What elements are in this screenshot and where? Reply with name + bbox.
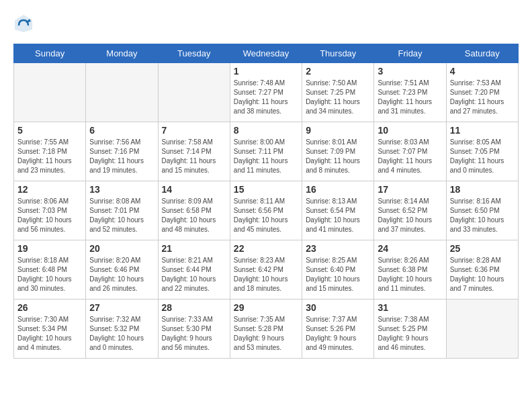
calendar-cell: 3Sunrise: 7:51 AM Sunset: 7:23 PM Daylig… bbox=[374, 63, 446, 122]
calendar-cell: 16Sunrise: 8:13 AM Sunset: 6:54 PM Dayli… bbox=[302, 181, 374, 240]
logo bbox=[13, 13, 36, 34]
day-number: 24 bbox=[378, 243, 442, 254]
calendar-cell: 19Sunrise: 8:18 AM Sunset: 6:48 PM Dayli… bbox=[14, 240, 86, 300]
calendar-cell: 9Sunrise: 8:01 AM Sunset: 7:09 PM Daylig… bbox=[302, 122, 374, 181]
page-header bbox=[13, 13, 519, 34]
day-number: 15 bbox=[234, 184, 298, 195]
weekday-header-tuesday: Tuesday bbox=[158, 44, 230, 63]
day-info: Sunrise: 7:48 AM Sunset: 7:27 PM Dayligh… bbox=[234, 79, 298, 116]
day-number: 25 bbox=[450, 243, 515, 254]
day-info: Sunrise: 8:08 AM Sunset: 7:01 PM Dayligh… bbox=[89, 197, 154, 234]
day-number: 12 bbox=[17, 184, 82, 195]
calendar-cell: 7Sunrise: 7:58 AM Sunset: 7:14 PM Daylig… bbox=[158, 122, 230, 181]
day-info: Sunrise: 7:55 AM Sunset: 7:18 PM Dayligh… bbox=[17, 138, 82, 175]
day-info: Sunrise: 8:06 AM Sunset: 7:03 PM Dayligh… bbox=[17, 197, 82, 234]
day-number: 31 bbox=[378, 302, 442, 313]
day-info: Sunrise: 8:01 AM Sunset: 7:09 PM Dayligh… bbox=[306, 138, 370, 175]
day-info: Sunrise: 7:51 AM Sunset: 7:23 PM Dayligh… bbox=[378, 79, 442, 116]
day-number: 10 bbox=[378, 125, 442, 136]
day-info: Sunrise: 8:18 AM Sunset: 6:48 PM Dayligh… bbox=[17, 256, 82, 293]
calendar-cell bbox=[14, 63, 86, 122]
calendar-cell: 30Sunrise: 7:37 AM Sunset: 5:26 PM Dayli… bbox=[302, 300, 374, 359]
calendar-cell: 10Sunrise: 8:03 AM Sunset: 7:07 PM Dayli… bbox=[374, 122, 446, 181]
calendar-cell bbox=[446, 300, 518, 359]
week-row-2: 12Sunrise: 8:06 AM Sunset: 7:03 PM Dayli… bbox=[14, 181, 519, 240]
calendar-cell: 17Sunrise: 8:14 AM Sunset: 6:52 PM Dayli… bbox=[374, 181, 446, 240]
day-number: 19 bbox=[17, 243, 82, 254]
day-number: 3 bbox=[378, 66, 442, 77]
day-info: Sunrise: 8:28 AM Sunset: 6:36 PM Dayligh… bbox=[450, 256, 515, 293]
day-number: 26 bbox=[17, 302, 82, 313]
weekday-header-friday: Friday bbox=[374, 44, 446, 63]
day-info: Sunrise: 7:35 AM Sunset: 5:28 PM Dayligh… bbox=[234, 315, 298, 353]
day-info: Sunrise: 8:14 AM Sunset: 6:52 PM Dayligh… bbox=[378, 197, 442, 234]
week-row-3: 19Sunrise: 8:18 AM Sunset: 6:48 PM Dayli… bbox=[14, 240, 519, 300]
day-info: Sunrise: 8:25 AM Sunset: 6:40 PM Dayligh… bbox=[306, 256, 370, 293]
day-number: 2 bbox=[306, 66, 370, 77]
day-info: Sunrise: 8:26 AM Sunset: 6:38 PM Dayligh… bbox=[378, 256, 442, 293]
calendar-cell: 6Sunrise: 7:56 AM Sunset: 7:16 PM Daylig… bbox=[86, 122, 158, 181]
calendar-cell: 23Sunrise: 8:25 AM Sunset: 6:40 PM Dayli… bbox=[302, 240, 374, 300]
day-info: Sunrise: 7:38 AM Sunset: 5:25 PM Dayligh… bbox=[378, 315, 442, 353]
day-info: Sunrise: 8:11 AM Sunset: 6:56 PM Dayligh… bbox=[234, 197, 298, 234]
day-number: 17 bbox=[378, 184, 442, 195]
calendar-cell: 2Sunrise: 7:50 AM Sunset: 7:25 PM Daylig… bbox=[302, 63, 374, 122]
calendar-table: SundayMondayTuesdayWednesdayThursdayFrid… bbox=[13, 44, 519, 359]
day-number: 23 bbox=[306, 243, 370, 254]
day-info: Sunrise: 8:23 AM Sunset: 6:42 PM Dayligh… bbox=[234, 256, 298, 293]
calendar-cell: 18Sunrise: 8:16 AM Sunset: 6:50 PM Dayli… bbox=[446, 181, 518, 240]
calendar-cell bbox=[158, 63, 230, 122]
calendar-cell: 28Sunrise: 7:33 AM Sunset: 5:30 PM Dayli… bbox=[158, 300, 230, 359]
day-info: Sunrise: 8:21 AM Sunset: 6:44 PM Dayligh… bbox=[162, 256, 226, 293]
day-info: Sunrise: 7:32 AM Sunset: 5:32 PM Dayligh… bbox=[89, 315, 154, 353]
day-number: 29 bbox=[234, 302, 298, 313]
day-info: Sunrise: 7:30 AM Sunset: 5:34 PM Dayligh… bbox=[17, 315, 82, 353]
calendar-cell: 20Sunrise: 8:20 AM Sunset: 6:46 PM Dayli… bbox=[86, 240, 158, 300]
day-number: 7 bbox=[162, 125, 226, 136]
calendar-cell: 25Sunrise: 8:28 AM Sunset: 6:36 PM Dayli… bbox=[446, 240, 518, 300]
day-number: 4 bbox=[450, 66, 515, 77]
day-info: Sunrise: 8:09 AM Sunset: 6:58 PM Dayligh… bbox=[162, 197, 226, 234]
calendar-cell: 11Sunrise: 8:05 AM Sunset: 7:05 PM Dayli… bbox=[446, 122, 518, 181]
calendar-cell: 4Sunrise: 7:53 AM Sunset: 7:20 PM Daylig… bbox=[446, 63, 518, 122]
day-info: Sunrise: 8:05 AM Sunset: 7:05 PM Dayligh… bbox=[450, 138, 515, 175]
weekday-header-wednesday: Wednesday bbox=[230, 44, 302, 63]
day-number: 18 bbox=[450, 184, 515, 195]
week-row-4: 26Sunrise: 7:30 AM Sunset: 5:34 PM Dayli… bbox=[14, 300, 519, 359]
calendar-cell: 31Sunrise: 7:38 AM Sunset: 5:25 PM Dayli… bbox=[374, 300, 446, 359]
calendar-cell: 13Sunrise: 8:08 AM Sunset: 7:01 PM Dayli… bbox=[86, 181, 158, 240]
day-number: 13 bbox=[89, 184, 154, 195]
day-info: Sunrise: 8:03 AM Sunset: 7:07 PM Dayligh… bbox=[378, 138, 442, 175]
day-number: 9 bbox=[306, 125, 370, 136]
week-row-1: 5Sunrise: 7:55 AM Sunset: 7:18 PM Daylig… bbox=[14, 122, 519, 181]
calendar-cell: 12Sunrise: 8:06 AM Sunset: 7:03 PM Dayli… bbox=[14, 181, 86, 240]
day-info: Sunrise: 8:00 AM Sunset: 7:11 PM Dayligh… bbox=[234, 138, 298, 175]
calendar-cell: 5Sunrise: 7:55 AM Sunset: 7:18 PM Daylig… bbox=[14, 122, 86, 181]
logo-icon bbox=[13, 13, 34, 34]
weekday-header-monday: Monday bbox=[86, 44, 158, 63]
day-info: Sunrise: 7:37 AM Sunset: 5:26 PM Dayligh… bbox=[306, 315, 370, 353]
day-number: 5 bbox=[17, 125, 82, 136]
day-info: Sunrise: 7:58 AM Sunset: 7:14 PM Dayligh… bbox=[162, 138, 226, 175]
day-info: Sunrise: 7:50 AM Sunset: 7:25 PM Dayligh… bbox=[306, 79, 370, 116]
week-row-0: 1Sunrise: 7:48 AM Sunset: 7:27 PM Daylig… bbox=[14, 63, 519, 122]
day-number: 1 bbox=[234, 66, 298, 77]
calendar-cell: 15Sunrise: 8:11 AM Sunset: 6:56 PM Dayli… bbox=[230, 181, 302, 240]
day-info: Sunrise: 8:20 AM Sunset: 6:46 PM Dayligh… bbox=[89, 256, 154, 293]
day-number: 8 bbox=[234, 125, 298, 136]
weekday-header-row: SundayMondayTuesdayWednesdayThursdayFrid… bbox=[14, 44, 519, 63]
day-number: 11 bbox=[450, 125, 515, 136]
day-number: 20 bbox=[89, 243, 154, 254]
day-number: 30 bbox=[306, 302, 370, 313]
svg-marker-0 bbox=[15, 15, 32, 32]
calendar-cell: 27Sunrise: 7:32 AM Sunset: 5:32 PM Dayli… bbox=[86, 300, 158, 359]
calendar-cell: 26Sunrise: 7:30 AM Sunset: 5:34 PM Dayli… bbox=[14, 300, 86, 359]
day-number: 21 bbox=[162, 243, 226, 254]
day-info: Sunrise: 7:33 AM Sunset: 5:30 PM Dayligh… bbox=[162, 315, 226, 353]
day-number: 22 bbox=[234, 243, 298, 254]
day-info: Sunrise: 8:16 AM Sunset: 6:50 PM Dayligh… bbox=[450, 197, 515, 234]
weekday-header-sunday: Sunday bbox=[14, 44, 86, 63]
calendar-cell: 1Sunrise: 7:48 AM Sunset: 7:27 PM Daylig… bbox=[230, 63, 302, 122]
calendar-cell bbox=[86, 63, 158, 122]
day-number: 28 bbox=[162, 302, 226, 313]
